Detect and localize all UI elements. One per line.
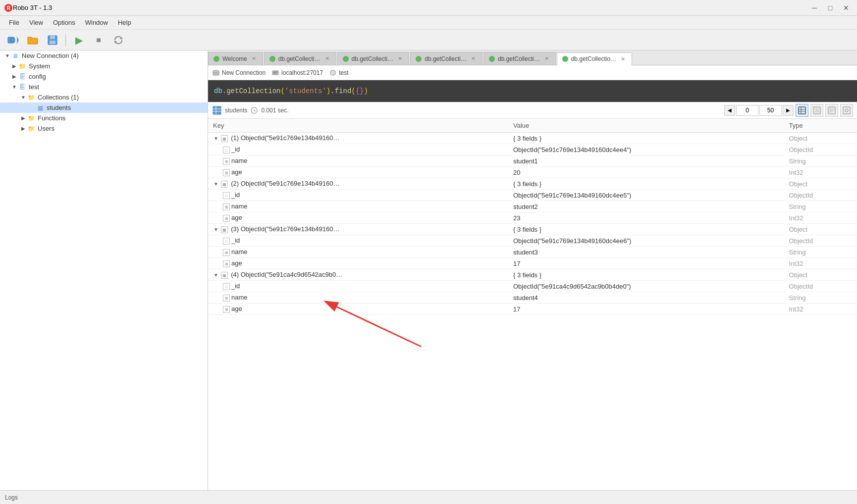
save-button[interactable] (44, 32, 61, 48)
menu-window[interactable]: Window (80, 17, 113, 28)
toolbar: ▶ ■ (0, 30, 857, 50)
view-table-button[interactable] (796, 104, 808, 117)
row-1-id-key: □_id (208, 144, 508, 155)
view-tree-button[interactable] (810, 104, 823, 117)
stop-button[interactable]: ■ (90, 32, 107, 48)
conn-name: New Connection (222, 69, 266, 76)
row-4-id-value: ObjectId("5e91ca4c9d6542ac9b0b4de0") (508, 281, 784, 292)
tab-leaf-icon-4 (489, 56, 495, 62)
open-button[interactable] (24, 32, 42, 48)
tab-2[interactable]: db.getCollecti… ✕ (337, 52, 410, 65)
menu-file[interactable]: File (4, 17, 24, 28)
row-2-doc-icon: ▦ (221, 181, 228, 188)
svg-rect-23 (799, 107, 805, 114)
tab-5[interactable]: db.getCollectio… ✕ (557, 52, 632, 65)
sidebar-item-collections[interactable]: ▼ 📁 Collections (1) (0, 92, 208, 102)
minimize-button[interactable]: ─ (807, 1, 821, 15)
system-folder-icon: 📁 (18, 63, 27, 70)
row-4-value: { 3 fields } (508, 269, 784, 281)
next-page-button[interactable]: ▶ (783, 105, 794, 116)
row-4-doc-icon: ▦ (221, 272, 228, 279)
field-icon: ⊞ (223, 249, 230, 256)
row-1-name-value: student1 (508, 155, 784, 167)
sidebar-item-test[interactable]: ▼ 🗄 test (0, 82, 208, 92)
row-2-name-value: student2 (508, 201, 784, 212)
field-icon: ⊞ (223, 295, 230, 302)
sidebar-item-functions[interactable]: ▶ 📁 Functions (0, 113, 208, 123)
tab-2-close[interactable]: ✕ (396, 55, 404, 62)
row-4-name-value: student4 (508, 292, 784, 303)
tab-4-close[interactable]: ✕ (543, 55, 550, 62)
view-text-button[interactable] (825, 104, 838, 117)
row-3-collapse[interactable]: ▼ (213, 227, 219, 232)
row-1-collapse[interactable]: ▼ (213, 136, 219, 141)
test-label: test (29, 83, 39, 91)
sidebar: ▼ 🖥 New Connection (4) ▶ 📁 System ▶ 🗄 co… (0, 50, 208, 490)
row-4-collapse[interactable]: ▼ (213, 272, 219, 278)
table-row: ⊞age 20 Int32 (208, 167, 857, 178)
tab-5-close[interactable]: ✕ (619, 55, 627, 63)
collections-arrow[interactable]: ▼ (20, 94, 27, 101)
tab-welcome-label: Welcome (222, 55, 247, 62)
students-collection-icon: ▦ (36, 104, 45, 111)
results-header: students 0.001 sec. ◀ ▶ (208, 102, 857, 119)
tab-welcome[interactable]: Welcome ✕ (208, 52, 263, 65)
config-arrow[interactable]: ▶ (11, 73, 18, 80)
page-size-input[interactable] (759, 105, 782, 116)
results-nav: ◀ ▶ (724, 104, 853, 117)
students-label: students (47, 104, 71, 111)
row-4-id-key: □_id (208, 281, 508, 292)
app-title: Robo 3T - 1.3 (13, 4, 52, 11)
root-arrow[interactable]: ▼ (4, 52, 11, 59)
tab-4[interactable]: db.getCollecti… ✕ (483, 52, 556, 65)
users-arrow[interactable]: ▶ (20, 125, 27, 132)
main-layout: ▼ 🖥 New Connection (4) ▶ 📁 System ▶ 🗄 co… (0, 50, 857, 490)
play-icon: ▶ (75, 34, 83, 46)
close-button[interactable]: ✕ (839, 1, 853, 15)
sidebar-item-config[interactable]: ▶ 🗄 config (0, 71, 208, 82)
row-2-id-key: □_id (208, 190, 508, 201)
row-2-id-value: ObjectId("5e91c769e134b49160dc4ee5") (508, 190, 784, 201)
menu-view[interactable]: View (24, 17, 48, 28)
tab-3[interactable]: db.getCollecti… ✕ (410, 52, 482, 65)
results-table: Key Value Type ▼ ▦ (1) ObjectId("5e91c76… (208, 119, 857, 315)
row-4-age-type: Int32 (784, 303, 857, 315)
page-current-input[interactable] (736, 105, 758, 116)
row-1-doc-icon: ▦ (221, 135, 228, 142)
svg-rect-35 (843, 107, 850, 114)
conn-host: localhost:27017 (281, 69, 323, 76)
tab-1[interactable]: db.getCollecti… ✕ (264, 52, 336, 65)
svg-text:R: R (6, 5, 10, 11)
maximize-button[interactable]: □ (823, 1, 837, 15)
statusbar-logs-label: Logs (5, 494, 18, 501)
system-label: System (29, 62, 50, 70)
table-row: ⊞name student1 String (208, 155, 857, 167)
menu-help[interactable]: Help (113, 17, 136, 28)
functions-folder-icon: 📁 (27, 115, 36, 122)
row-3-id-value: ObjectId("5e91c769e134b49160dc4ee6") (508, 235, 784, 247)
tab-4-label: db.getCollecti… (498, 55, 540, 62)
row-2-age-value: 23 (508, 212, 784, 224)
table-header-row: Key Value Type (208, 119, 857, 133)
connect-button[interactable] (4, 32, 22, 48)
sidebar-item-users[interactable]: ▶ 📁 Users (0, 123, 208, 134)
row-3-doc-icon: ▦ (221, 226, 228, 233)
config-db-icon: 🗄 (18, 73, 27, 80)
functions-arrow[interactable]: ▶ (20, 115, 27, 122)
test-arrow[interactable]: ▼ (11, 84, 18, 91)
sidebar-item-system[interactable]: ▶ 📁 System (0, 61, 208, 71)
tree-root[interactable]: ▼ 🖥 New Connection (4) (0, 50, 208, 61)
view-custom-button[interactable] (840, 104, 853, 117)
row-2-collapse[interactable]: ▼ (213, 181, 219, 187)
tab-1-close[interactable]: ✕ (323, 55, 331, 62)
menu-options[interactable]: Options (48, 17, 80, 28)
config-label: config (29, 73, 46, 80)
refresh-button[interactable] (109, 32, 127, 48)
prev-page-button[interactable]: ◀ (724, 105, 735, 116)
tab-welcome-close[interactable]: ✕ (250, 55, 258, 62)
execute-button[interactable]: ▶ (70, 32, 88, 48)
table-row: □_id ObjectId("5e91ca4c9d6542ac9b0b4de0"… (208, 281, 857, 292)
tab-3-close[interactable]: ✕ (470, 55, 477, 62)
system-arrow[interactable]: ▶ (11, 63, 18, 70)
sidebar-item-students[interactable]: ▶ ▦ students (0, 102, 208, 113)
